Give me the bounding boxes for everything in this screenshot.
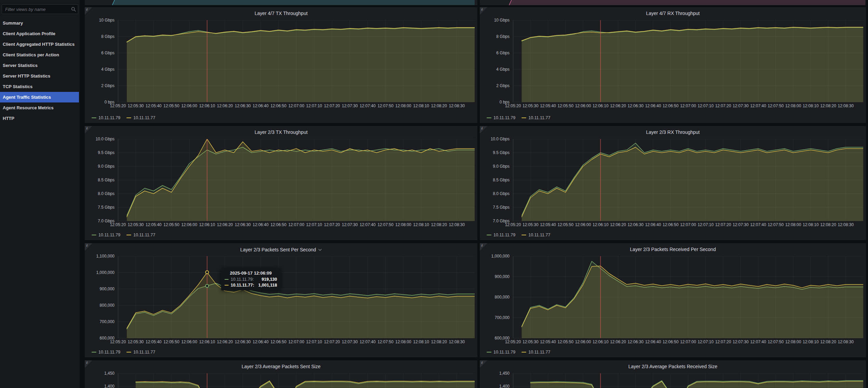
panel-title[interactable]: Layer 2/3 Average Packets Sent Size xyxy=(87,363,475,371)
x-axis-tick: 12:08:10 xyxy=(413,340,429,344)
y-axis-tick: 1,100,000 xyxy=(96,254,114,259)
chart-canvas[interactable] xyxy=(118,20,475,102)
info-i-glyph: i xyxy=(86,361,87,364)
chart-canvas[interactable] xyxy=(513,373,863,388)
legend-item-10-11-11-79[interactable]: 10.11.11.79 xyxy=(92,115,120,120)
y-axis: 10 Gbps8 Gbps6 Gbps4 Gbps2 Gbps0 bps xyxy=(87,20,118,102)
x-axis-tick: 12:05:40 xyxy=(540,222,556,227)
chart-legend: 10.11.11.7910.11.11.77 xyxy=(487,348,863,355)
y-axis-tick: 9.0 Gbps xyxy=(98,164,114,169)
panel-title[interactable]: Layer 2/3 Average Packets Received Size xyxy=(483,363,863,371)
chart-canvas[interactable] xyxy=(513,256,863,338)
sidebar-item-client-aggregated-http-statistics[interactable]: Client Aggregated HTTP Statistics xyxy=(0,39,79,50)
chart-canvas[interactable] xyxy=(513,139,863,221)
y-axis-tick: 8.0 Gbps xyxy=(98,191,114,196)
panel-title[interactable]: Layer 2/3 RX Throughput xyxy=(483,128,863,137)
x-axis-tick: 12:05:40 xyxy=(540,340,556,344)
x-axis-tick: 12:08:20 xyxy=(820,222,836,227)
sidebar-item-http[interactable]: HTTP xyxy=(0,113,79,124)
sidebar-item-summary[interactable]: Summary xyxy=(0,18,79,28)
chart-legend: 10.11.11.7910.11.11.77 xyxy=(487,114,863,121)
sidebar-item-server-statistics[interactable]: Server Statistics xyxy=(0,60,79,71)
chart-canvas[interactable] xyxy=(118,139,475,221)
x-axis-tick: 12:07:00 xyxy=(288,340,304,344)
x-axis-tick: 12:05:40 xyxy=(146,222,162,227)
y-axis-tick: 7.5 Gbps xyxy=(98,205,114,210)
panel-plot: 10.0 Gbps9.5 Gbps9.0 Gbps8.5 Gbps8.0 Gbp… xyxy=(483,139,863,221)
x-axis-tick: 12:08:30 xyxy=(449,222,465,227)
legend-item-10-11-11-79[interactable]: 10.11.11.79 xyxy=(487,233,515,237)
panel-row: iLayer 4/7 TX Throughput10 Gbps8 Gbps6 G… xyxy=(85,7,866,123)
chart-panel: iLayer 2/3 TX Throughput10.0 Gbps9.5 Gbp… xyxy=(85,126,477,240)
panel-title[interactable]: Layer 2/3 Packets Sent Per Second xyxy=(87,246,475,254)
legend-item-10-11-11-77[interactable]: 10.11.11.77 xyxy=(521,115,550,120)
legend-series-label: 10.11.11.79 xyxy=(493,350,515,355)
sidebar-item-tcp-statistics[interactable]: TCP Statistics xyxy=(0,81,79,92)
x-axis-tick: 12:06:30 xyxy=(235,103,251,108)
x-axis-tick: 12:07:20 xyxy=(324,103,340,108)
legend-series-label: 10.11.11.77 xyxy=(528,350,550,355)
legend-item-10-11-11-79[interactable]: 10.11.11.79 xyxy=(487,115,515,120)
x-axis-tick: 12:08:10 xyxy=(803,340,819,344)
chart-canvas[interactable] xyxy=(513,20,863,102)
dashboard-panels: iLayer 4/7 TX Throughput10 Gbps8 Gbps6 G… xyxy=(85,0,866,388)
x-axis-tick: 12:08:00 xyxy=(785,103,801,108)
x-axis-tick: 12:08:30 xyxy=(449,340,465,344)
x-axis-tick: 12:06:00 xyxy=(181,222,197,227)
panel-title[interactable]: Layer 2/3 Packets Received Per Second xyxy=(483,246,863,254)
x-axis-tick: 12:07:00 xyxy=(288,103,304,108)
panel-title[interactable]: Layer 2/3 TX Throughput xyxy=(87,128,475,137)
legend-item-10-11-11-79[interactable]: 10.11.11.79 xyxy=(92,233,120,237)
chevron-down-icon[interactable] xyxy=(318,246,322,253)
x-axis-tick: 12:07:20 xyxy=(324,222,340,227)
x-axis-tick: 12:07:40 xyxy=(750,103,766,108)
sidebar-item-client-application-profile[interactable]: Client Application Profile xyxy=(0,28,79,39)
chart-legend: 10.11.11.7910.11.11.77 xyxy=(487,231,863,238)
grafana-dashboard: { "colors": { "page_bg": "#0d0e10", "pan… xyxy=(0,0,868,388)
x-axis-tick: 12:06:50 xyxy=(270,103,286,108)
filter-views-input[interactable] xyxy=(2,4,78,14)
y-axis-tick: 1,450 xyxy=(104,371,114,376)
legend-item-10-11-11-77[interactable]: 10.11.11.77 xyxy=(521,350,550,355)
x-axis-tick: 12:06:10 xyxy=(593,222,609,227)
x-axis-tick: 12:08:00 xyxy=(785,222,801,227)
panel-title[interactable]: Layer 4/7 TX Throughput xyxy=(87,10,475,18)
legend-item-10-11-11-77[interactable]: 10.11.11.77 xyxy=(126,350,155,355)
x-axis: 12:05:2012:05:3012:05:4012:05:5012:06:00… xyxy=(513,102,863,109)
x-axis-tick: 12:07:50 xyxy=(768,340,784,344)
y-axis-tick: 900,000 xyxy=(495,274,510,279)
legend-item-10-11-11-79[interactable]: 10.11.11.79 xyxy=(92,350,120,355)
x-axis-tick: 12:08:10 xyxy=(803,222,819,227)
panel-title[interactable]: Layer 4/7 RX Throughput xyxy=(483,10,863,18)
chart-area xyxy=(118,139,475,221)
x-axis-tick: 12:06:20 xyxy=(610,222,626,227)
y-axis-tick: 10.0 Gbps xyxy=(491,137,510,141)
panel-plot: 10 Gbps8 Gbps6 Gbps4 Gbps2 Gbps0 bps xyxy=(87,20,475,102)
sidebar-item-agent-traffic-statistics[interactable]: Agent Traffic Statistics xyxy=(0,92,79,102)
chart-canvas[interactable] xyxy=(118,256,475,338)
legend-item-10-11-11-79[interactable]: 10.11.11.79 xyxy=(487,350,515,355)
y-axis-tick: 700,000 xyxy=(495,315,510,320)
chart-canvas[interactable] xyxy=(118,373,475,388)
legend-item-10-11-11-77[interactable]: 10.11.11.77 xyxy=(126,115,155,120)
y-axis-tick: 8.5 Gbps xyxy=(98,178,114,182)
x-axis-tick: 12:07:10 xyxy=(697,103,714,108)
chart-panel: iLayer 2/3 Average Packets Sent Size1,45… xyxy=(85,360,477,388)
views-list: SummaryClient Application ProfileClient … xyxy=(0,18,80,124)
panel-title-text: Layer 2/3 Packets Received Per Second xyxy=(630,247,716,252)
y-axis-tick: 1,000,000 xyxy=(491,254,510,259)
tooltip-series-label: 10.11.11.79: xyxy=(231,277,254,282)
legend-series-label: 10.11.11.79 xyxy=(98,233,120,237)
legend-item-10-11-11-77[interactable]: 10.11.11.77 xyxy=(521,233,550,237)
legend-series-label: 10.11.11.79 xyxy=(98,350,120,355)
tooltip-series-label: 10.11.11.77: xyxy=(231,283,254,288)
chart-legend: 10.11.11.7910.11.11.77 xyxy=(92,348,475,355)
sidebar-item-client-statistics-per-action[interactable]: Client Statistics per Action xyxy=(0,50,79,60)
sidebar-item-server-http-statistics[interactable]: Server HTTP Statistics xyxy=(0,71,79,81)
tooltip-series-row: 10.11.11.79:919,130 xyxy=(225,277,277,282)
views-sidebar: SummaryClient Application ProfileClient … xyxy=(0,0,80,388)
x-axis-tick: 12:05:40 xyxy=(540,103,556,108)
x-axis-tick: 12:08:30 xyxy=(838,222,854,227)
sidebar-item-agent-resource-metrics[interactable]: Agent Resource Metrics xyxy=(0,102,79,113)
legend-item-10-11-11-77[interactable]: 10.11.11.77 xyxy=(126,233,155,237)
